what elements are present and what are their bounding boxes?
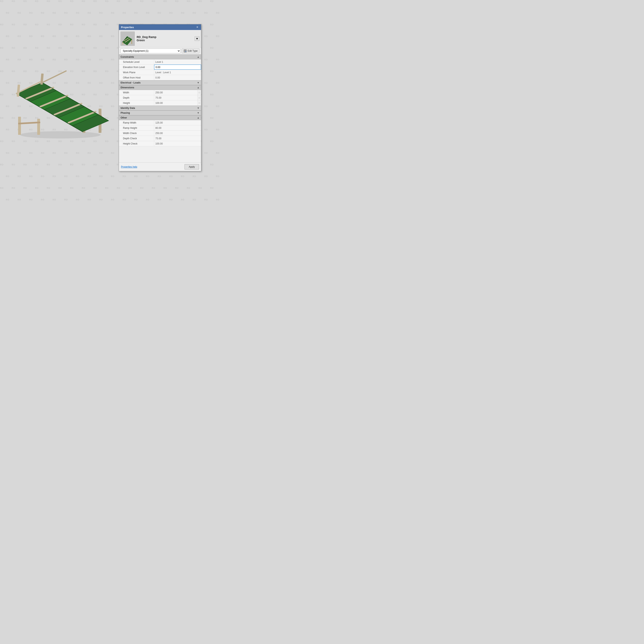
prop-offset-from-host: Offset from Host 0.00	[119, 75, 201, 80]
preview-name-line1: RD_Dog Ramp	[137, 35, 156, 39]
watermark-text: RD	[216, 152, 220, 154]
watermark-text: RD	[134, 198, 138, 201]
watermark-text: RD	[158, 198, 161, 201]
prop-value-ramp-width: 125.00	[154, 120, 201, 125]
watermark-text: RD	[158, 12, 161, 14]
prop-label-width-check: Width Check	[119, 131, 154, 136]
watermark-text: RD	[169, 198, 173, 201]
panel-content[interactable]: Constraints ▲ Schedule Level Level 1 Ele…	[119, 55, 201, 162]
watermark-text: RD	[216, 58, 220, 61]
panel-title: Properties	[121, 26, 134, 29]
watermark-text: RD	[216, 105, 220, 107]
watermark-text: RD	[175, 187, 179, 189]
watermark-text: RD	[163, 0, 167, 2]
watermark-text: RD	[210, 140, 214, 142]
preview-text: RD_Dog Ramp Green	[137, 35, 156, 42]
watermark-text: RD	[187, 187, 190, 189]
section-identity-chevron: ▼	[197, 107, 199, 109]
prop-value-width-check: 250.00	[154, 131, 201, 136]
prop-depth: Depth 75.00 □	[119, 95, 201, 100]
prop-ramp-width: Ramp Width 125.00	[119, 120, 201, 125]
panel-titlebar: Properties ×	[119, 24, 201, 30]
watermark-text: RD	[210, 70, 214, 72]
prop-ramp-height: Ramp Height 80.00	[119, 125, 201, 131]
watermark-text: RD	[204, 58, 208, 61]
watermark-text: RD	[181, 175, 185, 178]
prop-value-height-check: 100.00	[154, 141, 201, 146]
section-dimensions-label: Dimensions	[121, 86, 134, 89]
watermark-text: RD	[169, 175, 173, 178]
section-phasing-chevron: ▼	[197, 111, 199, 114]
svg-rect-29	[184, 50, 185, 51]
prop-elevation-from-level[interactable]: Elevation from Level	[119, 65, 201, 70]
elevation-input[interactable]	[156, 66, 200, 69]
panel-preview: RD_Dog Ramp Green ▼	[119, 30, 201, 47]
edit-type-button[interactable]: Edit Type	[182, 49, 199, 53]
viewport	[0, 0, 119, 221]
watermark-text: RD	[204, 105, 208, 107]
svg-rect-28	[131, 40, 132, 44]
watermark-text: RD	[210, 163, 214, 166]
watermark-text: RD	[193, 175, 196, 178]
watermark-text: RD	[216, 35, 220, 37]
prop-value-elevation[interactable]	[154, 65, 201, 70]
edit-type-icon	[184, 49, 187, 53]
svg-rect-19	[42, 70, 67, 83]
panel-footer: Properties help Apply	[119, 162, 201, 171]
section-other[interactable]: Other ▲	[119, 115, 201, 120]
properties-panel: Properties × RD_Dog Ramp Green ▼	[119, 24, 201, 171]
section-electrical-chevron: ▼	[197, 81, 199, 84]
watermark-text: RD	[210, 117, 214, 119]
watermark-text: RD	[204, 198, 208, 201]
watermark-text: RD	[204, 35, 208, 37]
prop-height: Height 100.00 □	[119, 100, 201, 106]
watermark-text: RD	[128, 0, 132, 2]
prop-label-depth: Depth	[119, 95, 154, 100]
watermark-text: RD	[216, 12, 220, 14]
watermark-text: RD	[216, 82, 220, 84]
watermark-text: RD	[210, 23, 214, 26]
properties-help-link[interactable]: Properties help	[121, 165, 137, 168]
watermark-text: RD	[210, 0, 214, 2]
svg-rect-5	[18, 122, 40, 124]
section-constraints[interactable]: Constraints ▲	[119, 55, 201, 59]
watermark-text: RD	[210, 47, 214, 49]
prop-value-ramp-height: 80.00	[154, 125, 201, 130]
section-identity-data[interactable]: Identity Data ▼	[119, 106, 201, 110]
close-button[interactable]: ×	[196, 26, 199, 29]
type-select[interactable]: Specialty Equipment (1)	[121, 49, 181, 53]
prop-value-depth-check: 75.00	[154, 136, 201, 141]
section-constraints-chevron: ▲	[197, 56, 199, 58]
watermark-text: RD	[204, 82, 208, 84]
preview-name-line2: Green	[137, 39, 156, 42]
watermark-text: RD	[134, 175, 138, 178]
watermark-text: RD	[187, 0, 190, 2]
section-phasing[interactable]: Phasing ▼	[119, 110, 201, 115]
section-electrical-loads[interactable]: Electrical - Loads ▼	[119, 80, 201, 85]
watermark-text: RD	[123, 12, 126, 14]
preview-dropdown-btn[interactable]: ▼	[195, 36, 199, 41]
watermark-text: RD	[198, 0, 202, 2]
section-identity-label: Identity Data	[121, 107, 135, 109]
watermark-text: RD	[193, 198, 196, 201]
svg-rect-32	[185, 51, 186, 52]
edit-type-label: Edit Type	[188, 50, 198, 52]
watermark-text: RD	[210, 187, 214, 189]
watermark-text: RD	[216, 128, 220, 131]
section-constraints-label: Constraints	[121, 56, 134, 58]
prop-work-plane: Work Plane Level : Level 1	[119, 70, 201, 75]
prop-depth-check: Depth Check 75.00	[119, 136, 201, 141]
watermark-text: RD	[146, 12, 150, 14]
prop-label-height: Height	[119, 100, 154, 105]
watermark-text: RD	[175, 0, 179, 2]
section-electrical-label: Electrical - Loads	[121, 81, 140, 84]
watermark-text: RD	[198, 187, 202, 189]
apply-button[interactable]: Apply	[185, 164, 199, 169]
prop-label-ramp-width: Ramp Width	[119, 120, 154, 125]
thumbnail-svg	[121, 32, 134, 45]
watermark-text: RD	[128, 187, 132, 189]
section-dimensions[interactable]: Dimensions ▲	[119, 85, 201, 90]
prop-label-work-plane: Work Plane	[119, 70, 154, 75]
watermark-text: RD	[216, 175, 220, 178]
prop-label-offset: Offset from Host	[119, 75, 154, 80]
